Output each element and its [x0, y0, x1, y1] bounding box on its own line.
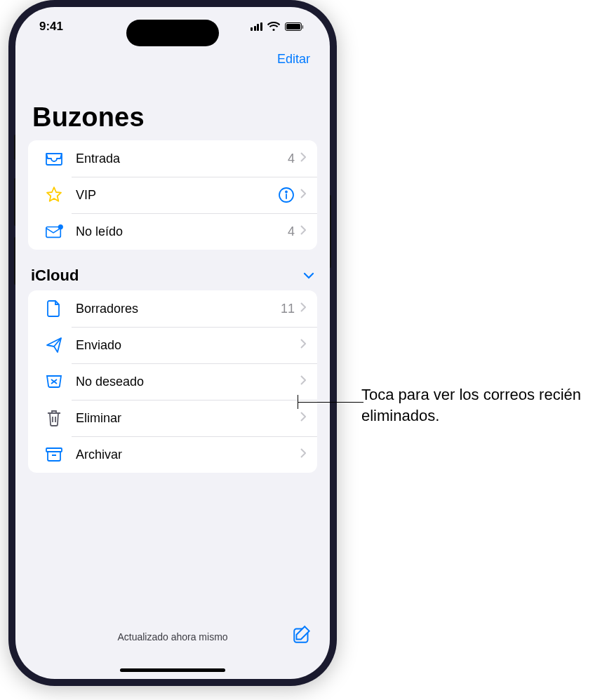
compose-button[interactable]: [292, 624, 313, 645]
chevron-right-icon: [300, 412, 306, 424]
chevron-right-icon: [300, 189, 306, 201]
screen: 9:41 Editar Buzones: [15, 7, 330, 679]
paperplane-icon: [44, 336, 65, 354]
status-icons: [251, 22, 303, 32]
info-icon[interactable]: [278, 187, 295, 203]
mailbox-label: Archivar: [76, 447, 300, 462]
mailbox-count: 4: [288, 152, 295, 166]
junk-icon: [44, 372, 65, 391]
chevron-right-icon: [300, 339, 306, 351]
home-indicator: [120, 668, 225, 672]
status-time: 9:41: [39, 20, 63, 34]
iphone-frame: 9:41 Editar Buzones: [8, 0, 337, 686]
sync-status: Actualizado ahora mismo: [117, 631, 227, 642]
cellular-icon: [251, 22, 262, 32]
mailbox-row-archive[interactable]: Archivar: [28, 436, 317, 473]
callout-leader: [298, 402, 363, 403]
mailbox-row-sent[interactable]: Enviado: [28, 327, 317, 363]
mailbox-row-junk[interactable]: No deseado: [28, 363, 317, 400]
mailbox-label: No deseado: [76, 375, 300, 389]
edit-button[interactable]: Editar: [277, 52, 310, 66]
wifi-icon: [267, 22, 280, 32]
mailbox-label: Entrada: [76, 152, 288, 166]
mailbox-label: VIP: [76, 188, 278, 203]
toolbar: Actualizado ahora mismo: [15, 619, 330, 679]
mailbox-group-icloud: Borradores 11 Enviado No deseado: [28, 290, 317, 473]
trash-icon: [44, 409, 65, 427]
chevron-right-icon: [300, 302, 306, 315]
chevron-right-icon: [300, 375, 306, 388]
page-title: Buzones: [32, 102, 145, 133]
section-header-icloud[interactable]: iCloud: [31, 267, 314, 285]
mailbox-row-drafts[interactable]: Borradores 11: [28, 290, 317, 327]
svg-point-1: [286, 191, 287, 193]
section-title: iCloud: [31, 267, 79, 285]
svg-point-3: [59, 225, 63, 229]
callout-text: Toca para ver los correos recién elimina…: [361, 384, 600, 426]
mailbox-row-trash[interactable]: Eliminar: [28, 400, 317, 436]
chevron-right-icon: [300, 225, 306, 238]
mailboxes-content: Entrada 4 VIP: [28, 140, 317, 473]
mailbox-label: No leído: [76, 224, 288, 239]
chevron-right-icon: [300, 448, 306, 461]
mailbox-row-unread[interactable]: No leído 4: [28, 213, 317, 250]
mailbox-label: Enviado: [76, 338, 300, 353]
tray-icon: [44, 149, 65, 168]
battery-icon: [285, 22, 304, 31]
document-icon: [44, 299, 65, 318]
svg-rect-4: [46, 448, 62, 452]
mailbox-row-inbox[interactable]: Entrada 4: [28, 140, 317, 177]
chevron-down-icon: [303, 269, 314, 282]
mailbox-group-main: Entrada 4 VIP: [28, 140, 317, 250]
chevron-right-icon: [300, 152, 306, 165]
mailbox-row-vip[interactable]: VIP: [28, 177, 317, 213]
mailbox-count: 4: [288, 224, 295, 239]
mailbox-count: 11: [281, 302, 295, 316]
mailbox-label: Borradores: [76, 302, 281, 316]
mailbox-label: Eliminar: [76, 411, 300, 426]
star-icon: [44, 186, 65, 204]
dynamic-island: [126, 20, 219, 46]
nav-bar: Editar: [277, 52, 310, 67]
envelope-badge-icon: [44, 222, 65, 241]
archivebox-icon: [44, 445, 65, 464]
